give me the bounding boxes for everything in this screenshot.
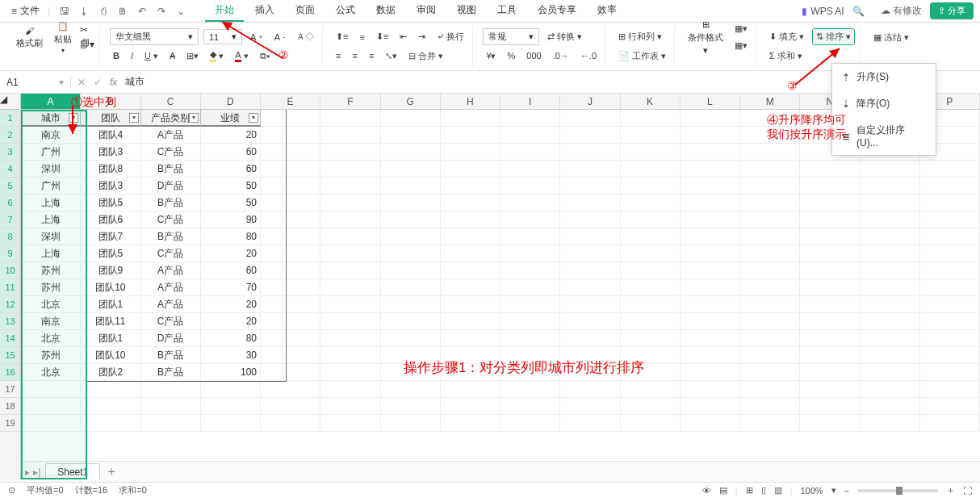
cell[interactable] <box>920 161 980 178</box>
cell[interactable]: B产品 <box>141 161 201 178</box>
export-icon[interactable]: ⭳ <box>77 5 90 18</box>
filter-icon[interactable]: ▾ <box>129 113 139 123</box>
cell[interactable] <box>201 415 261 432</box>
cell[interactable] <box>81 381 140 398</box>
cond-format-button[interactable]: ⊞条件格式▾ <box>685 19 727 56</box>
cell[interactable] <box>740 161 800 178</box>
cell[interactable] <box>920 195 980 211</box>
cell[interactable] <box>381 245 441 262</box>
name-box[interactable]: A1▾ <box>0 77 71 88</box>
row-header-16[interactable]: 16 <box>0 364 20 381</box>
cell[interactable] <box>560 144 620 161</box>
cell[interactable] <box>920 211 980 228</box>
cell[interactable] <box>500 161 560 178</box>
cell[interactable] <box>261 262 320 279</box>
align-center-icon[interactable]: ≡ <box>350 49 361 62</box>
cell[interactable]: A产品 <box>141 296 201 313</box>
zoom-level[interactable]: 100% <box>800 486 823 496</box>
cell[interactable] <box>740 195 800 211</box>
cell[interactable] <box>441 296 500 313</box>
cell[interactable] <box>740 364 800 381</box>
cell[interactable]: 苏州 <box>21 279 81 296</box>
cell[interactable] <box>800 228 860 245</box>
cell[interactable] <box>800 279 860 296</box>
cell[interactable] <box>381 211 441 228</box>
tab-插入[interactable]: 插入 <box>245 0 284 22</box>
cell[interactable] <box>920 262 980 279</box>
cell[interactable]: 团队▾ <box>81 110 140 127</box>
cell[interactable] <box>261 211 320 228</box>
cell[interactable] <box>441 127 500 144</box>
cell[interactable] <box>261 398 320 415</box>
cell[interactable] <box>320 110 380 127</box>
cell[interactable] <box>920 296 980 313</box>
cell[interactable] <box>500 398 560 415</box>
cell[interactable] <box>381 313 441 330</box>
row-header-13[interactable]: 13 <box>0 313 20 330</box>
align-top-icon[interactable]: ⬆≡ <box>333 30 351 44</box>
cell[interactable] <box>441 330 500 347</box>
cell[interactable] <box>621 195 681 211</box>
style2-icon[interactable]: ▦▾ <box>731 39 751 52</box>
cell[interactable]: 80 <box>201 228 261 245</box>
tab-效率[interactable]: 效率 <box>588 0 626 22</box>
row-header-11[interactable]: 11 <box>0 279 20 296</box>
indent-left-icon[interactable]: ⇤ <box>396 30 410 44</box>
fill-button[interactable]: ⬇ 填充▾ <box>766 29 807 44</box>
cell[interactable] <box>800 178 860 195</box>
cell[interactable] <box>681 381 740 398</box>
normal-view-icon[interactable]: ⊞ <box>746 485 753 496</box>
col-header-B[interactable]: B <box>81 94 140 109</box>
cell[interactable]: 团队2 <box>81 364 140 381</box>
cell[interactable] <box>441 110 500 127</box>
cell[interactable] <box>740 110 800 127</box>
cell[interactable]: 团队10 <box>81 279 140 296</box>
filter-icon[interactable]: ▾ <box>69 113 78 123</box>
cell[interactable]: D产品 <box>141 178 201 195</box>
cell[interactable] <box>500 110 560 127</box>
cell[interactable] <box>861 296 920 313</box>
cell[interactable] <box>621 178 681 195</box>
cell[interactable] <box>261 161 320 178</box>
cell[interactable] <box>681 245 740 262</box>
cell[interactable] <box>560 211 620 228</box>
cell[interactable] <box>500 211 560 228</box>
cell[interactable] <box>320 262 380 279</box>
split-view-icon[interactable]: ▥ <box>774 485 782 496</box>
cell[interactable] <box>681 262 740 279</box>
cell[interactable] <box>681 144 740 161</box>
cell[interactable] <box>621 313 681 330</box>
cell[interactable] <box>201 381 261 398</box>
cell[interactable]: 上海 <box>21 195 81 211</box>
save-icon[interactable]: 🖫 <box>58 5 71 18</box>
add-sheet-icon[interactable]: ＋ <box>105 463 118 480</box>
cell[interactable] <box>381 178 441 195</box>
fullscreen-icon[interactable]: ⛶ <box>963 486 972 496</box>
cell[interactable] <box>320 415 380 432</box>
cell[interactable] <box>261 296 320 313</box>
cell[interactable]: 团队9 <box>81 262 140 279</box>
cell[interactable] <box>861 228 920 245</box>
cell[interactable] <box>381 161 441 178</box>
cell[interactable] <box>320 347 380 364</box>
cell[interactable] <box>261 330 320 347</box>
sum-button[interactable]: Σ 求和▾ <box>766 48 806 64</box>
cell[interactable] <box>261 110 320 127</box>
col-header-I[interactable]: I <box>500 94 560 109</box>
cell[interactable] <box>800 296 860 313</box>
cell[interactable] <box>500 127 560 144</box>
cell[interactable] <box>920 415 980 432</box>
cell[interactable] <box>920 330 980 347</box>
cell[interactable]: 80 <box>201 330 261 347</box>
cell[interactable] <box>681 364 740 381</box>
tab-页面[interactable]: 页面 <box>286 0 325 22</box>
cell[interactable]: 50 <box>201 195 261 211</box>
col-header-J[interactable]: J <box>560 94 620 109</box>
cell[interactable] <box>621 279 681 296</box>
align-left-icon[interactable]: ≡ <box>333 49 344 62</box>
cell[interactable] <box>381 195 441 211</box>
underline-button[interactable]: U▾ <box>141 49 161 63</box>
zoom-in-icon[interactable]: ＋ <box>946 484 955 496</box>
cell[interactable] <box>500 415 560 432</box>
cell[interactable] <box>800 211 860 228</box>
